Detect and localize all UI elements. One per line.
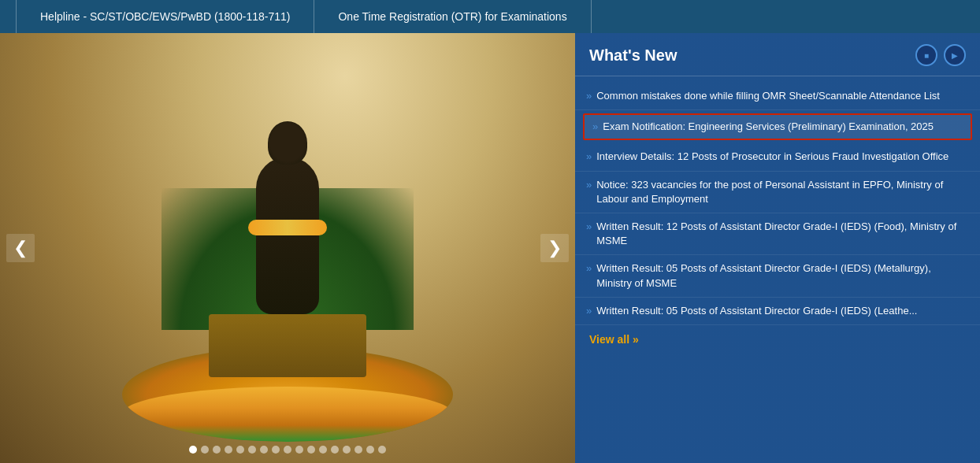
- news-text-7: Written Result: 05 Posts of Assistant Di…: [596, 304, 917, 318]
- statue-head: [268, 121, 307, 165]
- helpline-link[interactable]: Helpline - SC/ST/OBC/EWS/PwBD (1800-118-…: [16, 0, 314, 33]
- dot-8[interactable]: [272, 446, 280, 454]
- otr-link[interactable]: One Time Registration (OTR) for Examinat…: [314, 0, 591, 33]
- news-item-4[interactable]: » Notice: 323 vacancies for the post of …: [575, 172, 980, 213]
- image-slider: ❮ ❯: [0, 33, 575, 463]
- dot-4[interactable]: [225, 446, 232, 454]
- statue-body: [256, 157, 319, 314]
- slider-image: [0, 33, 575, 463]
- news-item-1[interactable]: » Common mistakes done while filling OMR…: [575, 83, 980, 110]
- main-content: ❮ ❯ What's New ■ ▶: [0, 33, 980, 463]
- news-item-6[interactable]: » Written Result: 05 Posts of Assistant …: [575, 255, 980, 297]
- news-text-5: Written Result: 12 Posts of Assistant Di…: [596, 220, 966, 248]
- dot-2[interactable]: [201, 446, 209, 454]
- dot-15[interactable]: [355, 446, 362, 454]
- bullet-icon-5: »: [586, 220, 592, 232]
- dot-16[interactable]: [366, 446, 374, 454]
- bullet-icon-1: »: [586, 90, 592, 102]
- bullet-icon-2: »: [592, 120, 598, 132]
- dot-9[interactable]: [284, 446, 291, 454]
- whats-new-title: What's New: [589, 46, 677, 65]
- news-item-5[interactable]: » Written Result: 12 Posts of Assistant …: [575, 213, 980, 255]
- news-text-2: Exam Notification: Engineering Services …: [603, 120, 934, 134]
- news-item-3[interactable]: » Interview Details: 12 Posts of Prosecu…: [575, 143, 980, 171]
- whats-new-list: » Common mistakes done while filling OMR…: [575, 76, 980, 459]
- dot-14[interactable]: [343, 446, 351, 454]
- news-item-7[interactable]: » Written Result: 05 Posts of Assistant …: [575, 298, 980, 325]
- dot-1[interactable]: [189, 446, 197, 454]
- dot-5[interactable]: [236, 446, 244, 454]
- news-text-4: Notice: 323 vacancies for the post of Pe…: [596, 178, 966, 206]
- top-bar: Helpline - SC/ST/OBC/EWS/PwBD (1800-118-…: [0, 0, 980, 33]
- bullet-icon-7: »: [586, 305, 592, 317]
- news-item-2[interactable]: » Exam Notification: Engineering Service…: [583, 113, 972, 140]
- slider-dots: [189, 446, 386, 454]
- dot-3[interactable]: [213, 446, 221, 454]
- news-text-1: Common mistakes done while filling OMR S…: [596, 89, 940, 103]
- header-controls: ■ ▶: [915, 44, 966, 66]
- dot-12[interactable]: [319, 446, 327, 454]
- statue-pedestal: [209, 314, 366, 377]
- slider-next-button[interactable]: ❯: [540, 234, 569, 262]
- flower-layer: [122, 387, 453, 442]
- dot-17[interactable]: [378, 446, 386, 454]
- dot-10[interactable]: [295, 446, 303, 454]
- dot-13[interactable]: [331, 446, 339, 454]
- whats-new-panel: What's New ■ ▶ » Common mistakes done wh…: [575, 33, 980, 463]
- statue-garland: [248, 220, 327, 235]
- slider-prev-button[interactable]: ❮: [6, 234, 35, 262]
- dot-7[interactable]: [260, 446, 268, 454]
- play-button[interactable]: ▶: [944, 44, 966, 66]
- news-text-6: Written Result: 05 Posts of Assistant Di…: [596, 261, 966, 290]
- bullet-icon-3: »: [586, 150, 592, 162]
- stop-button[interactable]: ■: [915, 44, 937, 66]
- news-text-3: Interview Details: 12 Posts of Prosecuto…: [596, 150, 948, 164]
- whats-new-header: What's New ■ ▶: [575, 33, 980, 76]
- bullet-icon-4: »: [586, 179, 592, 191]
- bullet-icon-6: »: [586, 262, 592, 274]
- view-all-link[interactable]: View all »: [575, 325, 980, 354]
- dot-6[interactable]: [248, 446, 256, 454]
- dot-11[interactable]: [307, 446, 315, 454]
